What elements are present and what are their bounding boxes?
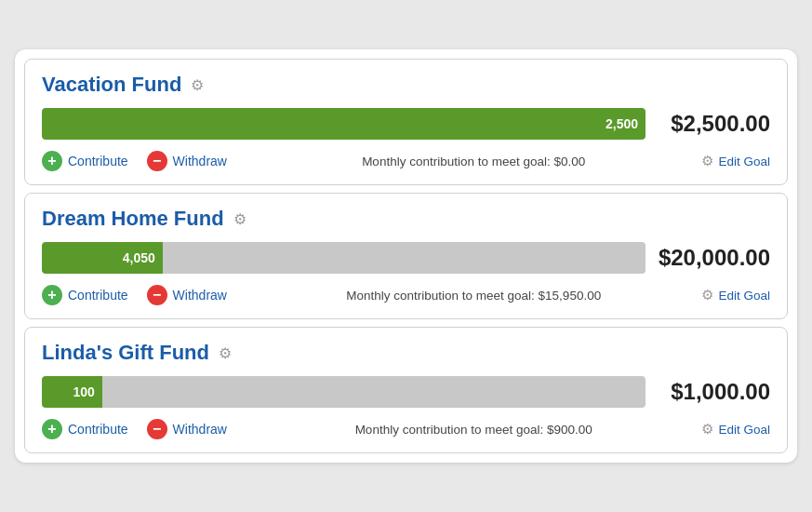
progress-label-dream-home-fund: 4,050 — [123, 250, 155, 265]
withdraw-icon-vacation-fund: − — [147, 151, 167, 171]
contribute-icon-dream-home-fund: + — [42, 285, 62, 305]
fund-card-dream-home-fund: Dream Home Fund ⚙ 4,050 $20,000.00 + Con… — [24, 193, 788, 319]
gear-icon-vacation-fund[interactable]: ⚙ — [191, 76, 204, 94]
withdraw-icon-lindas-gift-fund: − — [147, 419, 167, 439]
progress-bar-vacation-fund: 2,500 — [42, 108, 646, 140]
contribute-button-vacation-fund[interactable]: + Contribute — [42, 151, 128, 171]
edit-goal-button-lindas-gift-fund[interactable]: ⚙ Edit Goal — [701, 421, 770, 438]
monthly-text-vacation-fund: Monthly contribution to meet goal: $0.00 — [246, 155, 702, 168]
edit-goal-label-dream-home-fund: Edit Goal — [718, 289, 770, 303]
edit-goal-button-vacation-fund[interactable]: ⚙ Edit Goal — [701, 153, 770, 169]
fund-amount-lindas-gift-fund: $1,000.00 — [659, 379, 770, 405]
progress-bar-lindas-gift-fund: 100 — [42, 376, 646, 408]
edit-goal-gear-icon-vacation-fund: ⚙ — [701, 153, 713, 169]
progress-fill-dream-home-fund: 4,050 — [42, 242, 163, 274]
gear-icon-dream-home-fund[interactable]: ⚙ — [233, 210, 246, 228]
actions-row-lindas-gift-fund: + Contribute − Withdraw Monthly contribu… — [42, 419, 770, 439]
fund-card-lindas-gift-fund: Linda's Gift Fund ⚙ 100 $1,000.00 + Cont… — [24, 327, 788, 453]
withdraw-button-vacation-fund[interactable]: − Withdraw — [147, 151, 227, 171]
contribute-button-dream-home-fund[interactable]: + Contribute — [42, 285, 128, 305]
contribute-label-vacation-fund: Contribute — [68, 154, 128, 168]
contribute-icon-vacation-fund: + — [42, 151, 62, 171]
progress-fill-lindas-gift-fund: 100 — [42, 376, 102, 408]
withdraw-label-dream-home-fund: Withdraw — [173, 288, 227, 303]
edit-goal-label-vacation-fund: Edit Goal — [718, 155, 770, 168]
edit-goal-label-lindas-gift-fund: Edit Goal — [718, 423, 770, 437]
fund-amount-dream-home-fund: $20,000.00 — [659, 245, 770, 271]
withdraw-icon-dream-home-fund: − — [147, 285, 167, 305]
fund-header-dream-home-fund: Dream Home Fund ⚙ — [42, 207, 770, 231]
withdraw-label-vacation-fund: Withdraw — [173, 154, 227, 168]
fund-header-vacation-fund: Vacation Fund ⚙ — [42, 73, 770, 97]
withdraw-button-dream-home-fund[interactable]: − Withdraw — [147, 285, 227, 305]
contribute-label-lindas-gift-fund: Contribute — [68, 422, 128, 437]
progress-label-lindas-gift-fund: 100 — [73, 384, 95, 399]
progress-row-dream-home-fund: 4,050 $20,000.00 — [42, 242, 770, 274]
edit-goal-button-dream-home-fund[interactable]: ⚙ Edit Goal — [701, 287, 770, 303]
edit-goal-gear-icon-dream-home-fund: ⚙ — [701, 287, 713, 303]
withdraw-button-lindas-gift-fund[interactable]: − Withdraw — [147, 419, 227, 439]
progress-fill-vacation-fund: 2,500 — [42, 108, 646, 140]
progress-row-lindas-gift-fund: 100 $1,000.00 — [42, 376, 770, 408]
progress-bar-dream-home-fund: 4,050 — [42, 242, 646, 274]
edit-goal-gear-icon-lindas-gift-fund: ⚙ — [701, 421, 713, 438]
progress-label-vacation-fund: 2,500 — [606, 116, 638, 131]
fund-title-dream-home-fund: Dream Home Fund — [42, 207, 224, 231]
gear-icon-lindas-gift-fund[interactable]: ⚙ — [219, 344, 232, 362]
contribute-icon-lindas-gift-fund: + — [42, 419, 62, 439]
progress-row-vacation-fund: 2,500 $2,500.00 — [42, 108, 770, 140]
actions-row-vacation-fund: + Contribute − Withdraw Monthly contribu… — [42, 151, 770, 171]
withdraw-label-lindas-gift-fund: Withdraw — [173, 422, 227, 437]
fund-card-vacation-fund: Vacation Fund ⚙ 2,500 $2,500.00 + Contri… — [24, 59, 788, 185]
fund-title-lindas-gift-fund: Linda's Gift Fund — [42, 341, 209, 365]
contribute-button-lindas-gift-fund[interactable]: + Contribute — [42, 419, 128, 439]
fund-header-lindas-gift-fund: Linda's Gift Fund ⚙ — [42, 341, 770, 365]
actions-row-dream-home-fund: + Contribute − Withdraw Monthly contribu… — [42, 285, 770, 305]
contribute-label-dream-home-fund: Contribute — [68, 288, 128, 303]
funds-container: Vacation Fund ⚙ 2,500 $2,500.00 + Contri… — [15, 49, 797, 463]
fund-amount-vacation-fund: $2,500.00 — [659, 111, 770, 137]
monthly-text-dream-home-fund: Monthly contribution to meet goal: $15,9… — [246, 289, 702, 303]
fund-title-vacation-fund: Vacation Fund — [42, 73, 181, 97]
monthly-text-lindas-gift-fund: Monthly contribution to meet goal: $900.… — [246, 423, 702, 437]
